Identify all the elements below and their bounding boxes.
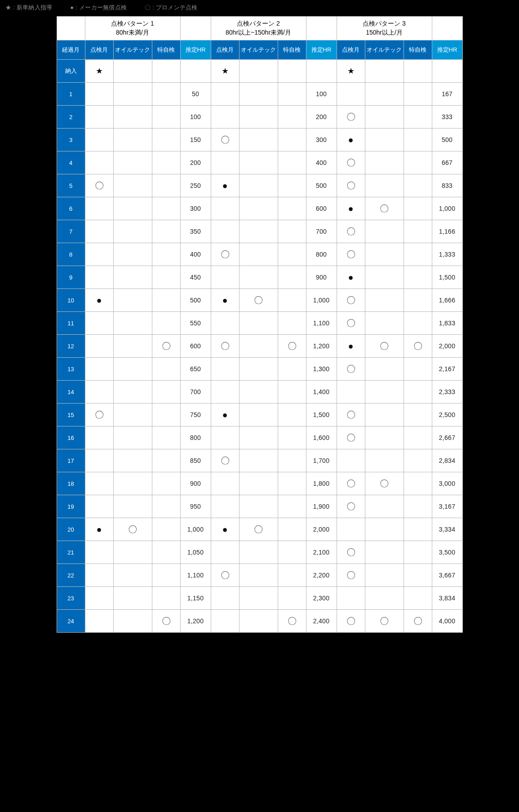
cell-tokuji (278, 220, 306, 243)
cell-oiltech (365, 381, 404, 404)
cell-oiltech (239, 174, 278, 197)
cell-tenken (337, 449, 365, 472)
cell-oiltech (113, 60, 152, 83)
cell-tokuji (278, 289, 306, 312)
cell-tokuji (404, 174, 432, 197)
cell-hr: 1,050 (180, 541, 211, 564)
cell-tenken (85, 587, 113, 610)
cell-tenken (337, 587, 365, 610)
cell-tokuji: 〇 (152, 610, 180, 633)
cell-tokuji (278, 404, 306, 426)
cell-tokuji (278, 151, 306, 174)
cell-tokuji (278, 312, 306, 335)
cell-tenken: ● (337, 335, 365, 358)
cell-hr: 1,700 (306, 449, 337, 472)
table-row: 221,100〇2,200〇3,667 (57, 564, 462, 587)
cell-tenken (85, 335, 113, 358)
cell-hr: 900 (180, 472, 211, 495)
cell-hr: 350 (180, 220, 211, 243)
cell-tokuji (278, 449, 306, 472)
cell-tokuji (152, 129, 180, 151)
cell-hr: 1,400 (306, 381, 337, 404)
cell-oiltech (113, 610, 152, 633)
cell-tokuji (152, 541, 180, 564)
table-row: 168001,600〇2,667 (57, 426, 462, 449)
cell-tenken: ● (85, 289, 113, 312)
cell-tokuji (278, 564, 306, 587)
table-row: 8400〇800〇1,333 (57, 243, 462, 266)
cell-tokuji (152, 449, 180, 472)
cell-oiltech (365, 174, 404, 197)
cell-hr: 2,500 (432, 404, 462, 426)
row-label: 4 (57, 151, 85, 174)
cell-hr: 2,400 (306, 610, 337, 633)
cell-tokuji (404, 564, 432, 587)
cell-tenken (85, 83, 113, 106)
row-label: 12 (57, 335, 85, 358)
cell-tokuji (278, 83, 306, 106)
cell-tokuji (404, 518, 432, 541)
cell-tenken: 〇 (337, 541, 365, 564)
cell-hr: 3,167 (432, 495, 462, 518)
cell-oiltech (113, 243, 152, 266)
cell-tokuji (404, 312, 432, 335)
cell-oiltech (239, 358, 278, 381)
cell-hr: 500 (180, 289, 211, 312)
cell-oiltech: 〇 (239, 518, 278, 541)
cell-oiltech (365, 404, 404, 426)
cell-oiltech (113, 335, 152, 358)
col-hr: 推定HR (180, 40, 211, 60)
cell-tokuji (278, 381, 306, 404)
cell-tenken: ★ (85, 60, 113, 83)
cell-hr: 1,833 (432, 312, 462, 335)
cell-hr: 1,100 (180, 564, 211, 587)
cell-hr: 1,000 (432, 197, 462, 220)
cell-tokuji (152, 426, 180, 449)
cell-tenken: 〇 (211, 564, 239, 587)
cell-hr: 600 (306, 197, 337, 220)
row-label: 19 (57, 495, 85, 518)
cell-hr: 550 (180, 312, 211, 335)
cell-hr: 300 (180, 197, 211, 220)
cell-tokuji (152, 220, 180, 243)
corner-blank (57, 17, 85, 40)
cell-oiltech (365, 541, 404, 564)
row-label: 1 (57, 83, 85, 106)
table-row: 6300600●〇1,000 (57, 197, 462, 220)
cell-tenken: ● (211, 174, 239, 197)
cell-tokuji (278, 197, 306, 220)
cell-hr: 1,800 (306, 472, 337, 495)
table-row: 12〇600〇〇1,200●〇〇2,000 (57, 335, 462, 358)
cell-oiltech: 〇 (365, 335, 404, 358)
row-label: 11 (57, 312, 85, 335)
legend: ★ : 新車納入指導 ● : メーカー無償点検 〇 : プロメンテ点検 (0, 2, 519, 16)
cell-oiltech (365, 83, 404, 106)
cell-hr: 1,500 (306, 404, 337, 426)
cell-hr: 2,100 (306, 541, 337, 564)
cell-tenken (85, 266, 113, 289)
cell-hr: 100 (306, 83, 337, 106)
cell-oiltech (239, 243, 278, 266)
table-row: 納入★★★ (57, 60, 462, 83)
cell-tenken: 〇 (337, 151, 365, 174)
cell-tokuji (152, 495, 180, 518)
cell-tenken (85, 106, 113, 129)
cell-oiltech (365, 266, 404, 289)
cell-tenken: ● (211, 289, 239, 312)
cell-oiltech (239, 60, 278, 83)
cell-oiltech (113, 220, 152, 243)
cell-tenken (85, 610, 113, 633)
cell-tenken: 〇 (337, 243, 365, 266)
cell-oiltech (239, 151, 278, 174)
cell-hr: 2,834 (432, 449, 462, 472)
cell-tokuji (278, 495, 306, 518)
col-oiltech: オイルテック (239, 40, 278, 60)
cell-oiltech (113, 404, 152, 426)
cell-hr: 1,500 (432, 266, 462, 289)
cell-oiltech (113, 381, 152, 404)
cell-tenken (211, 312, 239, 335)
cell-tokuji (152, 404, 180, 426)
cell-hr: 1,333 (432, 243, 462, 266)
col-hr: 推定HR (306, 40, 337, 60)
legend-star: 新車納入指導 (17, 4, 53, 11)
